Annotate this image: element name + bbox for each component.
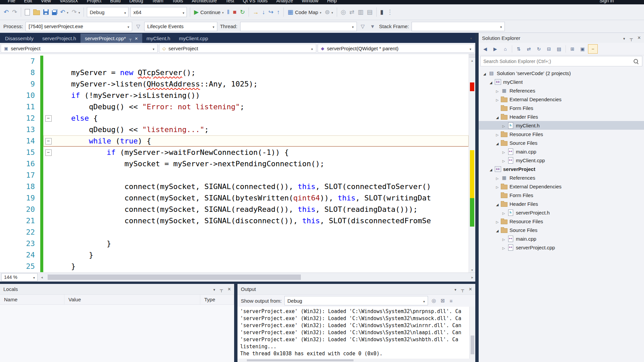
scrollbar-thumb[interactable]: [471, 336, 474, 354]
code-editor[interactable]: 78 myServer = new QTcpServer();9 myServe…: [0, 54, 475, 273]
preview-selected-items-icon[interactable]: −: [588, 44, 598, 54]
solution-configuration-combo[interactable]: Debug: [87, 7, 128, 17]
diagnostics-icon[interactable]: ⊚: [323, 6, 335, 18]
split-grip[interactable]: [469, 54, 475, 58]
stop-debugging-icon[interactable]: ■: [231, 6, 238, 18]
code-line[interactable]: 21 connect(mySocket, SIGNAL(disconnect()…: [0, 215, 469, 227]
more-commands-icon[interactable]: ⋮: [385, 6, 395, 18]
menu-help[interactable]: Help: [323, 0, 341, 4]
code-line[interactable]: 14 while (true) {: [0, 135, 469, 147]
filter-icon[interactable]: [135, 23, 142, 29]
code-line[interactable]: 8 myServer = new QTcpServer();: [0, 67, 469, 78]
collapse-arrow-icon[interactable]: [494, 227, 500, 233]
step-out-icon[interactable]: ↑: [275, 6, 281, 18]
find-in-files-icon[interactable]: ◎: [339, 6, 348, 18]
tree-item-form-files[interactable]: Form Files: [479, 191, 644, 199]
editor-vertical-scrollbar[interactable]: [469, 54, 475, 273]
column-header-type[interactable]: Type: [200, 295, 234, 304]
save-all-icon[interactable]: [50, 6, 58, 18]
project-scope-combo[interactable]: ▣ serverProject: [1, 44, 158, 53]
collapse-arrow-icon[interactable]: [488, 166, 494, 172]
breakpoints-window-icon[interactable]: ▥: [356, 6, 365, 18]
search-input[interactable]: [481, 59, 634, 64]
code-map-button[interactable]: ▦Code Map: [286, 6, 323, 18]
properties-icon[interactable]: ▣: [578, 45, 587, 53]
open-file-icon[interactable]: [32, 6, 42, 18]
forward-icon[interactable]: ▶: [491, 45, 500, 53]
menu-project[interactable]: Project: [83, 0, 106, 4]
home-icon[interactable]: ⌂: [501, 45, 510, 53]
lifecycle-events-combo[interactable]: Lifecycle Events: [144, 22, 217, 31]
scroll-down-icon[interactable]: [469, 267, 475, 273]
tab-myclient-cpp[interactable]: myClient.cpp: [175, 34, 213, 43]
collapse-arrow-icon[interactable]: [494, 140, 500, 146]
menu-architecture[interactable]: Architecture: [187, 0, 221, 4]
pin-icon[interactable]: [129, 36, 132, 41]
collapse-arrow-icon[interactable]: [488, 79, 494, 85]
expand-arrow-icon[interactable]: [494, 131, 500, 137]
find-messages-icon[interactable]: ◎: [431, 298, 437, 304]
show-all-files-icon[interactable]: ▤: [554, 45, 564, 53]
word-wrap-icon[interactable]: ≡: [448, 298, 453, 304]
tab-serverproject-h[interactable]: serverProject.h: [38, 34, 80, 43]
editor-horizontal-scrollbar[interactable]: [39, 273, 475, 282]
tab-serverproject-cpp[interactable]: serverProject.cpp*: [80, 34, 142, 43]
tree-item-myclient-cpp[interactable]: myClient.cpp: [479, 156, 644, 165]
menu-vassistx[interactable]: VAssistX: [55, 0, 83, 4]
thread-combo[interactable]: [240, 22, 357, 31]
undo-icon[interactable]: ↶: [58, 6, 70, 18]
code-line[interactable]: 22: [0, 227, 469, 238]
code-line[interactable]: 20 connect(mySocket, SIGNAL(readyRead())…: [0, 204, 469, 215]
tree-item-serverproject-cpp[interactable]: serverProject.cpp: [479, 243, 644, 252]
code-line[interactable]: 13 qDebug() << "listening...";: [0, 124, 469, 135]
continue-button[interactable]: ▶Continue: [192, 6, 225, 18]
search-icon[interactable]: [634, 59, 638, 63]
tab-myclient-h[interactable]: myClient.h: [142, 34, 175, 43]
code-line[interactable]: 18 connect(mySocket, SIGNAL(connected())…: [0, 181, 469, 192]
expand-arrow-icon[interactable]: [500, 245, 507, 250]
nav-forward-icon[interactable]: ↷: [10, 6, 19, 18]
code-line[interactable]: 10 if (!myServer->isListening()): [0, 90, 469, 101]
stack-frame-combo[interactable]: [412, 22, 505, 31]
filter-flagged-icon[interactable]: [369, 23, 376, 29]
tree-item-form-files[interactable]: Form Files: [479, 104, 644, 112]
tree-item-main-cpp[interactable]: main.cpp: [479, 234, 644, 243]
menu-analyze[interactable]: Analyze: [272, 0, 298, 4]
menu-edit[interactable]: Edit: [20, 0, 37, 4]
member-combo[interactable]: ◆ serverProject(QWidget * parent): [318, 44, 475, 53]
scrollbar-thumb[interactable]: [48, 275, 301, 280]
tree-item-references[interactable]: References: [479, 173, 644, 182]
type-combo[interactable]: ◇ serverProject: [159, 44, 316, 53]
collapse-all-icon[interactable]: ⊟: [544, 45, 553, 53]
scroll-up-icon[interactable]: [469, 58, 475, 63]
tree-item-resource-files[interactable]: Resource Files: [479, 217, 644, 226]
switch-views-icon[interactable]: ⇅: [514, 45, 523, 53]
window-position-icon[interactable]: [454, 286, 457, 292]
output-body[interactable]: 'serverProject.exe' (Win32): Loaded 'C:\…: [237, 307, 475, 362]
task-list-icon[interactable]: ▤: [365, 6, 374, 18]
tree-item-external-dependencies[interactable]: External Dependencies: [479, 182, 644, 191]
sign-in-button[interactable]: Sign in: [599, 0, 644, 4]
pin-icon[interactable]: [461, 286, 464, 292]
menu-team[interactable]: Team: [148, 0, 168, 4]
collapse-arrow-icon[interactable]: [494, 114, 500, 120]
expand-arrow-icon[interactable]: [494, 219, 500, 224]
save-icon[interactable]: [42, 6, 50, 18]
window-position-icon[interactable]: [213, 286, 215, 292]
tree-item-serverproject-h[interactable]: serverProject.h: [479, 208, 644, 217]
code-line[interactable]: 16 mySocket = myServer->nextPendingConne…: [0, 158, 469, 170]
expand-arrow-icon[interactable]: [500, 123, 507, 128]
new-file-icon[interactable]: [23, 6, 32, 18]
refresh-icon[interactable]: ↻: [534, 45, 543, 53]
tree-item-resource-files[interactable]: Resource Files: [479, 130, 644, 138]
menu-view[interactable]: View: [37, 0, 55, 4]
column-header-name[interactable]: Name: [0, 295, 64, 304]
collapse-arrow-icon[interactable]: [494, 201, 500, 207]
tree-item-source-files[interactable]: Source Files: [479, 138, 644, 147]
window-position-icon[interactable]: [623, 35, 625, 41]
view-code-icon[interactable]: ⊞: [568, 45, 577, 53]
expand-arrow-icon[interactable]: [500, 210, 507, 216]
panel-splitter[interactable]: [0, 282, 475, 284]
scroll-left-icon[interactable]: [41, 273, 43, 282]
solution-search-box[interactable]: [480, 56, 642, 66]
